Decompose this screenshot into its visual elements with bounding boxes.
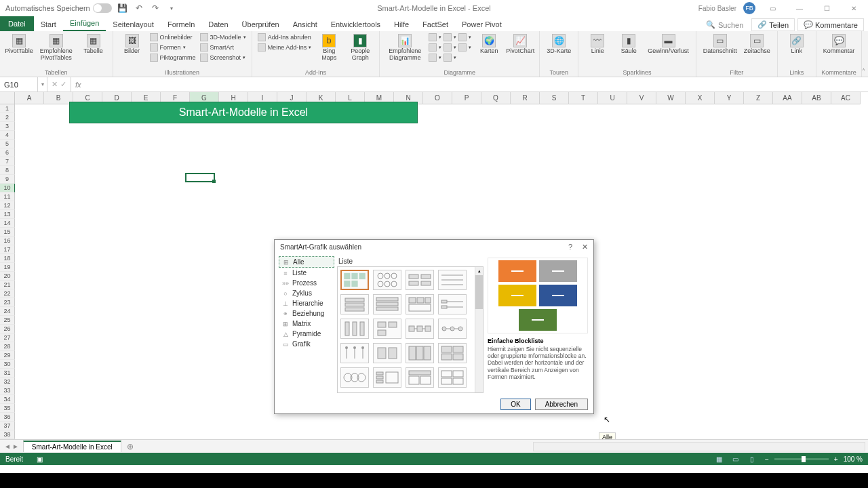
row-header[interactable]: 4 xyxy=(0,131,15,140)
tab-entwicklertools[interactable]: Entwicklertools xyxy=(324,18,387,31)
category-hierarchie[interactable]: ⊥Hierarchie xyxy=(279,298,334,308)
row-header[interactable]: 6 xyxy=(0,148,15,157)
layout-thumbnail[interactable] xyxy=(340,319,369,339)
fx-icon[interactable]: fx xyxy=(71,81,85,89)
tab-formeln[interactable]: Formeln xyxy=(161,18,201,31)
column-header[interactable]: Y xyxy=(715,92,744,104)
layout-thumbnail[interactable] xyxy=(406,319,434,339)
row-header[interactable]: 13 xyxy=(0,210,15,219)
row-header[interactable]: 28 xyxy=(0,342,15,351)
category-pyramide[interactable]: △Pyramide xyxy=(279,329,334,339)
layout-thumbnail[interactable] xyxy=(340,270,369,290)
row-header[interactable]: 5 xyxy=(0,140,15,148)
zoom-in-icon[interactable]: + xyxy=(834,455,838,463)
row-header[interactable]: 16 xyxy=(0,237,15,245)
search-box[interactable]: 🔍 Suchen xyxy=(701,20,749,29)
row-header[interactable]: 25 xyxy=(0,316,15,325)
layout-thumbnail[interactable] xyxy=(340,294,369,314)
row-header[interactable]: 19 xyxy=(0,263,15,272)
tab-ansicht[interactable]: Ansicht xyxy=(286,18,324,31)
tab-start[interactable]: Start xyxy=(34,18,63,31)
column-header[interactable]: AA xyxy=(773,92,802,104)
zoom-slider[interactable] xyxy=(774,458,829,460)
layout-thumbnail[interactable] xyxy=(340,367,369,388)
row-header[interactable]: 10 xyxy=(0,184,15,192)
layout-thumbnail[interactable] xyxy=(373,294,401,314)
smartart-button[interactable]: SmartArt xyxy=(199,43,248,52)
column-header[interactable]: P xyxy=(452,92,481,104)
file-tab[interactable]: Datei xyxy=(0,16,34,31)
sheet-tab[interactable]: Smart-Art-Modelle in Excel xyxy=(23,441,121,452)
page-break-view-icon[interactable]: ▯ xyxy=(745,454,760,464)
tab-powerpivot[interactable]: Power Pivot xyxy=(455,18,509,31)
online-pictures-button[interactable]: Onlinebilder xyxy=(149,33,197,42)
cancel-formula-icon[interactable]: ✕ xyxy=(52,80,58,89)
column-header[interactable]: T xyxy=(569,92,598,104)
column-header[interactable]: U xyxy=(598,92,627,104)
shapes-button[interactable]: Formen▾ xyxy=(149,43,197,52)
dialog-titlebar[interactable]: SmartArt-Grafik auswählen ? ✕ xyxy=(275,240,593,253)
tab-factset[interactable]: FactSet xyxy=(416,18,455,31)
row-header[interactable]: 2 xyxy=(0,113,15,122)
active-cell[interactable] xyxy=(185,173,215,182)
sheet-nav-prev-icon[interactable]: ◄ xyxy=(4,443,11,450)
layout-thumbnail[interactable] xyxy=(406,367,434,388)
page-layout-view-icon[interactable]: ▭ xyxy=(728,454,743,464)
row-header[interactable]: 34 xyxy=(0,395,15,404)
row-header[interactable]: 31 xyxy=(0,369,15,378)
layout-thumbnail[interactable] xyxy=(438,319,467,339)
undo-icon[interactable]: ↶ xyxy=(134,3,144,14)
row-header[interactable]: 23 xyxy=(0,298,15,307)
get-addins-button[interactable]: Add-Ins abrufen xyxy=(256,33,313,42)
row-header[interactable]: 33 xyxy=(0,386,15,395)
row-header[interactable]: 27 xyxy=(0,333,15,342)
ok-button[interactable]: OK xyxy=(500,399,530,410)
user-avatar[interactable]: FB xyxy=(743,2,755,14)
column-header[interactable]: R xyxy=(511,92,540,104)
name-box[interactable]: G10 xyxy=(0,77,38,92)
category-beziehung[interactable]: ⚭Beziehung xyxy=(279,308,334,319)
row-header[interactable]: 8 xyxy=(0,166,15,175)
layout-thumbnail[interactable] xyxy=(373,319,401,339)
layout-thumbnail[interactable] xyxy=(373,343,401,363)
layout-thumbnail[interactable] xyxy=(438,294,467,314)
layout-thumbnail[interactable] xyxy=(406,343,434,363)
enter-formula-icon[interactable]: ✓ xyxy=(60,80,66,89)
row-header[interactable]: 26 xyxy=(0,325,15,333)
select-all-corner[interactable] xyxy=(0,92,15,104)
dialog-help-icon[interactable]: ? xyxy=(568,243,572,251)
comments-button[interactable]: 💬Kommentare xyxy=(797,18,864,31)
tab-seitenlayout[interactable]: Seitenlayout xyxy=(106,18,161,31)
row-header[interactable]: 37 xyxy=(0,422,15,430)
layout-thumbnail[interactable] xyxy=(340,343,369,363)
collapse-ribbon-icon[interactable]: ˄ xyxy=(862,68,865,75)
row-header[interactable]: 14 xyxy=(0,219,15,228)
name-box-dropdown-icon[interactable]: ▾ xyxy=(38,77,47,92)
normal-view-icon[interactable]: ▦ xyxy=(712,454,727,464)
row-header[interactable]: 21 xyxy=(0,281,15,289)
layout-thumbnail[interactable] xyxy=(438,270,467,290)
row-header[interactable]: 32 xyxy=(0,378,15,386)
tab-daten[interactable]: Daten xyxy=(201,18,235,31)
row-header[interactable]: 35 xyxy=(0,404,15,413)
layout-thumbnail[interactable] xyxy=(406,270,434,290)
dialog-close-icon[interactable]: ✕ xyxy=(582,243,588,251)
row-header[interactable]: 29 xyxy=(0,351,15,360)
spreadsheet-grid[interactable]: ABCDEFGHIJKLMNOPQRSTUVWXYZAAABAC 1234567… xyxy=(0,92,868,439)
layout-thumbnail[interactable] xyxy=(438,367,467,388)
3dmodels-button[interactable]: 3D-Modelle▾ xyxy=(199,33,248,42)
redo-icon[interactable]: ↷ xyxy=(150,3,161,14)
cancel-button[interactable]: Abbrechen xyxy=(535,399,588,410)
save-icon[interactable]: 💾 xyxy=(117,3,128,14)
column-header[interactable]: Q xyxy=(481,92,511,104)
row-header[interactable]: 24 xyxy=(0,307,15,316)
column-header[interactable]: X xyxy=(686,92,715,104)
category-prozess[interactable]: »»Prozess xyxy=(279,278,334,288)
scroll-up-icon[interactable]: ▴ xyxy=(475,267,483,275)
column-header[interactable]: V xyxy=(627,92,656,104)
layout-thumbnail[interactable] xyxy=(373,270,401,290)
layout-thumbnail[interactable] xyxy=(373,367,401,388)
column-header[interactable]: S xyxy=(540,92,569,104)
horizontal-scrollbar[interactable] xyxy=(533,442,865,451)
chart-type-3[interactable]: ▾▾ xyxy=(427,53,473,62)
